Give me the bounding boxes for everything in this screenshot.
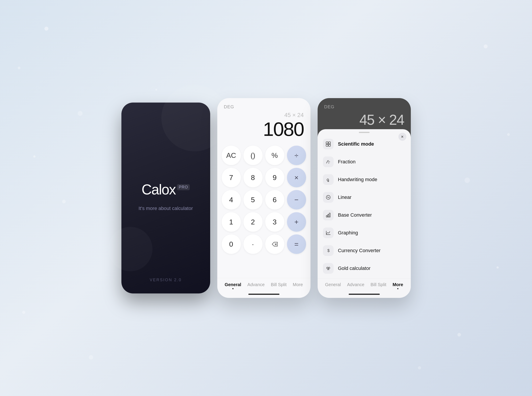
btn-row-5: 0 · = bbox=[222, 234, 306, 254]
svg-rect-11 bbox=[328, 215, 329, 217]
btn-8[interactable]: 8 bbox=[243, 168, 263, 187]
screens-container: Calox PRO It's more about calculator VER… bbox=[121, 98, 411, 298]
tab-billsplit-label: Bill Split bbox=[271, 282, 287, 287]
menu-item-base-converter[interactable]: Base Converter bbox=[318, 206, 411, 224]
gold-label: Gold calculator bbox=[338, 266, 371, 271]
gold-icon bbox=[323, 263, 334, 274]
base-converter-icon bbox=[323, 210, 334, 221]
btn-7[interactable]: 7 bbox=[222, 168, 241, 187]
menu-tab-general[interactable]: General bbox=[323, 281, 343, 290]
menu-tab-advance-label: Advance bbox=[347, 282, 364, 287]
svg-rect-3 bbox=[329, 142, 330, 144]
btn-backspace[interactable] bbox=[265, 234, 284, 254]
btn-1[interactable]: 1 bbox=[222, 212, 241, 232]
pro-badge: PRO bbox=[177, 184, 190, 190]
btn-9[interactable]: 9 bbox=[265, 168, 284, 187]
svg-text:a: a bbox=[328, 160, 329, 162]
tab-more[interactable]: More bbox=[290, 281, 305, 290]
svg-text:b: b bbox=[328, 162, 329, 164]
btn-5[interactable]: 5 bbox=[243, 190, 263, 210]
btn-2[interactable]: 2 bbox=[243, 212, 263, 232]
svg-point-14 bbox=[326, 267, 328, 269]
base-converter-label: Base Converter bbox=[338, 212, 372, 218]
graphing-label: Graphing bbox=[338, 230, 358, 236]
scientific-mode-label: Scientific mode bbox=[338, 141, 374, 147]
svg-text:$: $ bbox=[327, 248, 330, 253]
blurred-expression: 45 × 24 bbox=[324, 110, 404, 128]
phone-dark: Calox PRO It's more about calculator VER… bbox=[121, 103, 210, 293]
menu-item-linear[interactable]: Linear bbox=[318, 188, 411, 206]
handwriting-icon bbox=[323, 174, 334, 185]
menu-items: Scientific mode a b Fraction bbox=[318, 133, 411, 278]
calc-tabs: General Advance Bill Split More bbox=[217, 278, 311, 292]
calc-display: 45 × 24 1080 bbox=[217, 110, 311, 143]
tab-advance-label: Advance bbox=[248, 282, 265, 287]
tagline: It's more about calculator bbox=[139, 205, 193, 211]
menu-tab-billsplit-label: Bill Split bbox=[371, 282, 386, 287]
dark-logo: Calox PRO bbox=[142, 182, 190, 197]
phone-right: DEG 45 × 24 × Scienti bbox=[318, 98, 411, 298]
graphing-icon bbox=[323, 227, 334, 238]
menu-tab-advance[interactable]: Advance bbox=[345, 281, 367, 290]
currency-icon: $ bbox=[323, 245, 334, 256]
menu-home-indicator bbox=[349, 294, 380, 295]
svg-rect-4 bbox=[326, 144, 328, 146]
btn-percent[interactable]: % bbox=[265, 146, 284, 165]
currency-label: Currency Converter bbox=[338, 248, 381, 254]
btn-row-1: AC () % ÷ bbox=[222, 146, 306, 165]
btn-row-3: 4 5 6 − bbox=[222, 190, 306, 210]
btn-4[interactable]: 4 bbox=[222, 190, 241, 210]
btn-equals[interactable]: = bbox=[287, 234, 306, 254]
linear-label: Linear bbox=[338, 194, 352, 200]
btn-add[interactable]: + bbox=[287, 212, 306, 232]
calc-result: 1080 bbox=[224, 119, 304, 139]
svg-point-15 bbox=[328, 267, 330, 269]
tab-advance[interactable]: Advance bbox=[245, 281, 267, 290]
svg-rect-5 bbox=[329, 144, 330, 146]
deg-label: DEG bbox=[224, 104, 234, 110]
phone-white: DEG 45 × 24 1080 AC () % ÷ 7 8 9 × 4 bbox=[217, 98, 311, 298]
btn-divide[interactable]: ÷ bbox=[287, 146, 306, 165]
btn-3[interactable]: 3 bbox=[265, 212, 284, 232]
svg-rect-10 bbox=[326, 215, 327, 217]
menu-item-handwriting[interactable]: Handwriting mode bbox=[318, 171, 411, 188]
home-indicator bbox=[248, 294, 279, 295]
menu-item-graphing[interactable]: Graphing bbox=[318, 224, 411, 242]
menu-tab-general-label: General bbox=[325, 282, 341, 287]
close-button[interactable]: × bbox=[398, 133, 406, 141]
menu-item-currency[interactable]: $ Currency Converter bbox=[318, 242, 411, 260]
tab-billsplit[interactable]: Bill Split bbox=[269, 281, 289, 290]
svg-rect-2 bbox=[326, 142, 328, 144]
menu-tab-billsplit[interactable]: Bill Split bbox=[368, 281, 389, 290]
tab-general-label: General bbox=[225, 282, 241, 287]
btn-multiply[interactable]: × bbox=[287, 168, 306, 187]
handwriting-label: Handwriting mode bbox=[338, 177, 377, 182]
btn-ac[interactable]: AC bbox=[222, 146, 241, 165]
btn-row-4: 1 2 3 + bbox=[222, 212, 306, 232]
fraction-icon: a b bbox=[323, 157, 334, 167]
btn-subtract[interactable]: − bbox=[287, 190, 306, 210]
btn-dot[interactable]: · bbox=[243, 234, 263, 254]
calc-header: DEG bbox=[217, 98, 311, 110]
blurred-deg: DEG bbox=[324, 104, 404, 110]
menu-item-gold[interactable]: Gold calculator bbox=[318, 260, 411, 277]
btn-row-2: 7 8 9 × bbox=[222, 168, 306, 187]
scientific-mode-icon bbox=[323, 139, 334, 149]
menu-item-fraction[interactable]: a b Fraction bbox=[318, 153, 411, 171]
tab-more-label: More bbox=[293, 282, 303, 287]
btn-paren[interactable]: () bbox=[243, 146, 263, 165]
version-label: VERSION 2.0 bbox=[150, 278, 182, 282]
btn-0[interactable]: 0 bbox=[222, 234, 241, 254]
menu-sheet: × Scientific mode bbox=[318, 129, 411, 298]
menu-tab-more-label: More bbox=[393, 282, 403, 287]
tab-general[interactable]: General bbox=[222, 281, 243, 290]
menu-tab-more[interactable]: More bbox=[390, 281, 405, 290]
fraction-label: Fraction bbox=[338, 159, 356, 165]
app-name: Calox bbox=[142, 182, 176, 197]
calc-buttons: AC () % ÷ 7 8 9 × 4 5 6 − 1 2 bbox=[217, 143, 311, 278]
calc-expression: 45 × 24 bbox=[224, 112, 304, 118]
menu-item-scientific[interactable]: Scientific mode bbox=[318, 135, 411, 153]
menu-tab-more-dot bbox=[397, 288, 398, 289]
btn-6[interactable]: 6 bbox=[265, 190, 284, 210]
svg-rect-12 bbox=[329, 213, 330, 217]
